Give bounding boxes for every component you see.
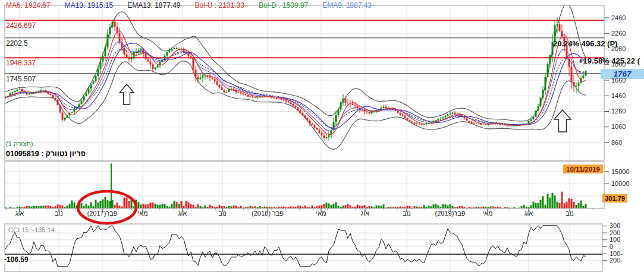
chart-plot[interactable] xyxy=(0,0,644,275)
price-pane-frame xyxy=(5,5,604,160)
price-grid xyxy=(5,5,604,160)
ma13-line xyxy=(5,43,586,129)
candlesticks xyxy=(5,18,587,141)
volume-grid xyxy=(5,162,604,208)
ema9-line xyxy=(5,42,586,131)
volume-pane-frame xyxy=(5,162,604,208)
trading-chart-window: MA6: 1924.67MA13: 1915.15EMA13: 1877.49B… xyxy=(0,0,644,275)
volume-bars xyxy=(5,163,587,208)
ema13-line xyxy=(5,49,586,128)
volume-spike-bar xyxy=(111,163,112,208)
bollinger-bands xyxy=(5,4,586,149)
